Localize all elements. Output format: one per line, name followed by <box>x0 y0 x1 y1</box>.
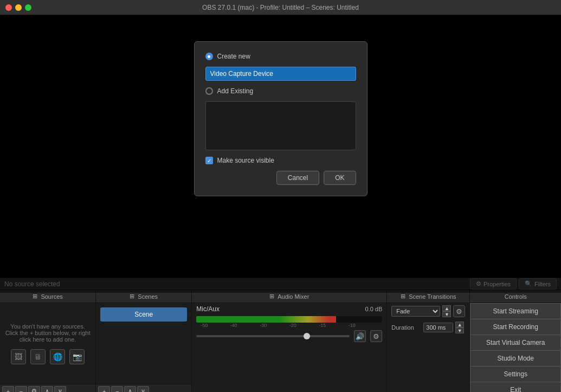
audio-settings-button[interactable]: ⚙ <box>370 330 382 342</box>
scenes-icon: ⊞ <box>130 293 134 300</box>
display-source-icon[interactable]: 🖥 <box>30 349 46 364</box>
sources-toolbar: + − ⚙ ∧ ∨ <box>0 384 95 392</box>
audio-source-name: Mic/Aux <box>196 305 229 313</box>
move-source-down-button[interactable]: ∨ <box>54 386 66 393</box>
make-visible-label: Make source visible <box>217 157 274 164</box>
sources-panel: ⊞ Sources You don't have any sources. Cl… <box>0 290 96 392</box>
remove-source-button[interactable]: − <box>15 386 27 393</box>
remove-scene-button[interactable]: − <box>111 386 123 393</box>
dialog-overlay: Create new Add Existing ✓ Make source vi… <box>0 30 561 293</box>
transitions-icon: ⊞ <box>401 293 405 300</box>
audio-volume-row: 🔊 ⚙ <box>192 329 386 343</box>
minimize-button[interactable] <box>15 4 22 11</box>
scenes-panel: ⊞ Scenes Scene + − ∧ ∨ <box>96 290 192 392</box>
sources-icon: ⊞ <box>33 293 37 300</box>
audio-icon: ⊞ <box>269 293 274 300</box>
create-new-label: Create new <box>217 53 250 60</box>
meter-wrapper: -50 -40 -30 -20 -15 -10 <box>192 315 386 329</box>
transition-settings-button[interactable]: ⚙ <box>453 305 465 317</box>
volume-slider[interactable] <box>196 335 350 337</box>
add-source-dialog: Create new Add Existing ✓ Make source vi… <box>194 41 367 196</box>
add-source-button[interactable]: + <box>2 386 14 393</box>
audio-mixer-panel: ⊞ Audio Mixer Mic/Aux 0.0 dB -50 -40 -30… <box>192 290 387 392</box>
bottom-panel: No source selected ⚙ Properties 🔍 Filter… <box>0 278 561 392</box>
add-existing-radio[interactable] <box>205 87 213 95</box>
start-streaming-button[interactable]: Start Streaming <box>470 303 561 319</box>
scene-transitions-panel: ⊞ Scene Transitions Fade Cut Swipe Slide… <box>387 290 470 392</box>
make-visible-row[interactable]: ✓ Make source visible <box>205 157 356 164</box>
transition-select[interactable]: Fade Cut Swipe Slide <box>391 306 440 317</box>
radio-inner <box>208 55 210 58</box>
scenes-toolbar: + − ∧ ∨ <box>96 384 191 392</box>
preview-area: Create new Add Existing ✓ Make source vi… <box>0 15 561 278</box>
dialog-buttons: Cancel OK <box>205 171 356 185</box>
audio-meter <box>196 316 382 323</box>
studio-mode-button[interactable]: Studio Mode <box>470 351 561 367</box>
controls-panel: Controls Start Streaming Start Recording… <box>470 290 561 392</box>
move-scene-down-button[interactable]: ∨ <box>137 386 149 393</box>
audio-db-level: 0.0 dB <box>355 306 382 312</box>
transition-type-row: Fade Cut Swipe Slide ▲ ▼ ⚙ <box>387 303 469 319</box>
settings-button[interactable]: Settings <box>470 367 561 382</box>
browser-source-icon[interactable]: 🌐 <box>50 349 65 364</box>
scenes-list: Scene <box>96 303 191 384</box>
duration-label: Duration <box>391 324 421 331</box>
duration-stepper: ▲ ▼ <box>455 322 464 333</box>
add-existing-row[interactable]: Add Existing <box>205 87 356 95</box>
meter-fill <box>196 316 336 323</box>
move-source-up-button[interactable]: ∧ <box>41 386 53 393</box>
source-name-input[interactable] <box>205 67 356 81</box>
close-button[interactable] <box>5 4 12 11</box>
image-source-icon[interactable]: 🖼 <box>11 349 26 364</box>
window-title: OBS 27.0.1 (mac) - Profile: Untitled – S… <box>202 4 359 11</box>
ok-button[interactable]: OK <box>324 171 356 185</box>
meter-labels: -50 -40 -30 -20 -15 -10 <box>196 323 382 328</box>
source-settings-button[interactable]: ⚙ <box>28 386 40 393</box>
create-new-row[interactable]: Create new <box>205 53 356 60</box>
add-scene-button[interactable]: + <box>98 386 110 393</box>
bottom-content: ⊞ Sources You don't have any sources. Cl… <box>0 290 561 392</box>
source-type-icons: 🖼 🖥 🌐 📷 <box>11 349 85 364</box>
cancel-button[interactable]: Cancel <box>276 171 319 185</box>
duration-input[interactable] <box>423 323 453 332</box>
traffic-lights <box>5 4 31 11</box>
transition-stepper: ▲ ▼ <box>442 305 451 317</box>
scene-item[interactable]: Scene <box>100 307 187 322</box>
make-visible-checkbox[interactable]: ✓ <box>205 157 213 164</box>
exit-button[interactable]: Exit <box>470 382 561 392</box>
existing-sources-list[interactable] <box>205 101 356 150</box>
sources-empty-state: You don't have any sources. Click the + … <box>0 303 95 384</box>
audio-source-row: Mic/Aux 0.0 dB <box>192 303 386 315</box>
start-virtual-camera-button[interactable]: Start Virtual Camera <box>470 335 561 351</box>
mute-button[interactable]: 🔊 <box>354 330 366 342</box>
duration-up-button[interactable]: ▲ <box>455 322 464 327</box>
transition-down-button[interactable]: ▼ <box>442 311 451 317</box>
duration-row: Duration ▲ ▼ <box>387 319 469 336</box>
camera-source-icon[interactable]: 📷 <box>69 349 85 364</box>
add-existing-label: Add Existing <box>217 87 254 95</box>
duration-down-button[interactable]: ▼ <box>455 327 464 333</box>
volume-thumb[interactable] <box>304 333 310 339</box>
titlebar: OBS 27.0.1 (mac) - Profile: Untitled – S… <box>0 0 561 15</box>
transition-up-button[interactable]: ▲ <box>442 305 451 311</box>
create-new-radio[interactable] <box>205 53 213 60</box>
move-scene-up-button[interactable]: ∧ <box>124 386 136 393</box>
maximize-button[interactable] <box>25 4 31 11</box>
start-recording-button[interactable]: Start Recording <box>470 319 561 335</box>
